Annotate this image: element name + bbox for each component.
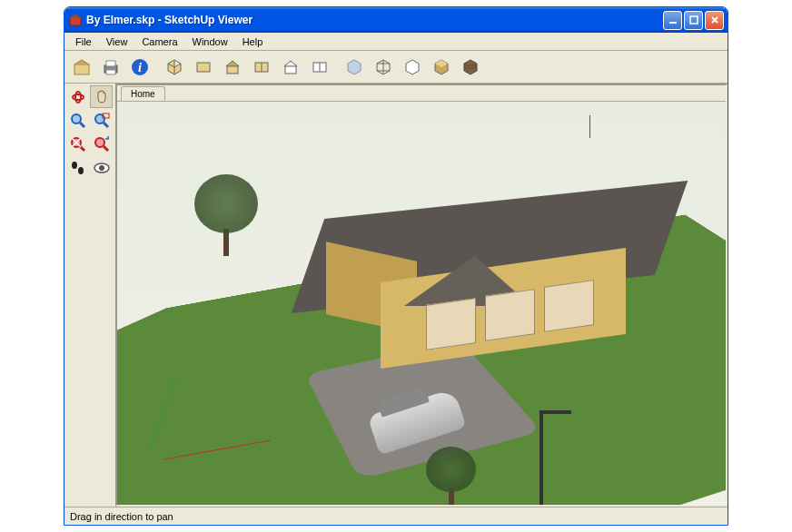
print-button[interactable]: [97, 54, 124, 81]
zoom-extents-button[interactable]: [66, 133, 89, 155]
svg-point-31: [99, 165, 104, 171]
svg-line-20: [80, 123, 84, 127]
scene-3d-model: [117, 102, 726, 505]
hidden-line-button[interactable]: [399, 54, 426, 81]
svg-rect-10: [197, 63, 210, 72]
titlebar[interactable]: By Elmer.skp - SketchUp Viewer: [64, 7, 728, 33]
main-toolbar: i: [64, 51, 728, 84]
app-window: By Elmer.skp - SketchUp Viewer File View…: [64, 6, 728, 526]
shaded-button[interactable]: [428, 54, 455, 81]
maximize-button[interactable]: [684, 11, 703, 30]
open-button[interactable]: [68, 54, 95, 81]
xray-button[interactable]: [341, 54, 368, 81]
svg-marker-16: [284, 61, 297, 66]
window-title: By Elmer.skp - SketchUp Viewer: [86, 14, 663, 26]
front-view-button[interactable]: [219, 54, 246, 81]
info-button[interactable]: i: [126, 54, 153, 81]
status-text: Drag in direction to pan: [70, 511, 173, 522]
look-around-button[interactable]: [90, 156, 113, 179]
app-icon: [68, 13, 83, 27]
svg-text:i: i: [138, 61, 142, 74]
viewport-area: Home: [115, 84, 728, 507]
wireframe-button[interactable]: [370, 54, 397, 81]
svg-marker-1: [69, 14, 82, 18]
svg-rect-0: [70, 17, 81, 25]
svg-line-22: [104, 123, 108, 127]
svg-rect-6: [106, 61, 115, 66]
svg-point-28: [72, 162, 77, 169]
zoom-window-button[interactable]: [90, 109, 113, 132]
right-view-button[interactable]: [248, 54, 275, 81]
workspace: Home: [64, 84, 728, 507]
svg-rect-7: [106, 70, 115, 74]
svg-point-26: [95, 138, 104, 147]
side-toolbar: [64, 84, 115, 507]
svg-point-19: [72, 114, 81, 123]
scene-tabs: Home: [117, 85, 726, 102]
svg-rect-4: [74, 64, 89, 74]
menu-view[interactable]: View: [99, 34, 135, 49]
top-view-button[interactable]: [190, 54, 217, 81]
walk-button[interactable]: [66, 156, 89, 179]
left-view-button[interactable]: [306, 54, 333, 81]
statusbar: Drag in direction to pan: [64, 507, 728, 525]
viewport-3d[interactable]: [117, 102, 726, 505]
svg-rect-2: [669, 22, 677, 24]
zoom-button[interactable]: [66, 109, 89, 132]
zoom-previous-button[interactable]: [90, 133, 113, 155]
orbit-button[interactable]: [66, 85, 89, 108]
svg-rect-3: [690, 16, 698, 24]
minimize-button[interactable]: [663, 11, 682, 30]
menu-help[interactable]: Help: [235, 34, 271, 49]
svg-point-29: [78, 167, 84, 174]
menubar: File View Camera Window Help: [64, 33, 728, 51]
window-controls: [663, 11, 724, 30]
menu-file[interactable]: File: [68, 34, 99, 49]
svg-line-27: [104, 146, 108, 151]
iso-view-button[interactable]: [161, 54, 188, 81]
pan-button[interactable]: [90, 85, 113, 108]
scene-tab-home[interactable]: Home: [121, 86, 165, 101]
menu-window[interactable]: Window: [185, 34, 235, 49]
close-button[interactable]: [705, 11, 724, 30]
svg-marker-12: [226, 61, 239, 66]
menu-camera[interactable]: Camera: [134, 34, 184, 49]
back-view-button[interactable]: [277, 54, 304, 81]
shaded-textures-button[interactable]: [457, 54, 484, 81]
